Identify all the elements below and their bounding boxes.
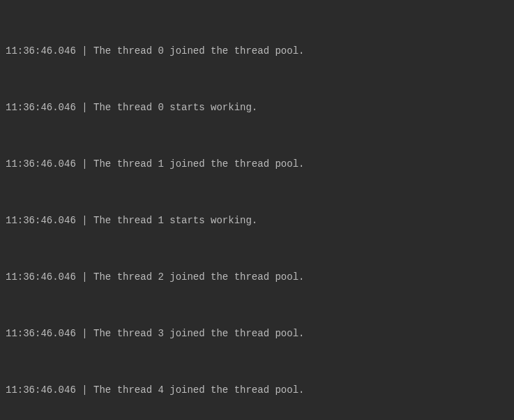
log-line: 11:36:46.046 | The thread 1 joined the t…: [6, 155, 508, 174]
log-line: 11:36:46.046 | The thread 0 starts worki…: [6, 98, 508, 117]
log-line: 11:36:46.046 | The thread 3 joined the t…: [6, 324, 508, 343]
log-line: 11:36:46.046 | The thread 4 joined the t…: [6, 381, 508, 400]
log-line: 11:36:46.046 | The thread 0 joined the t…: [6, 42, 508, 61]
log-line: 11:36:46.046 | The thread 1 starts worki…: [6, 211, 508, 230]
log-line: 11:36:46.046 | The thread 2 joined the t…: [6, 268, 508, 287]
console-output: 11:36:46.046 | The thread 0 joined the t…: [0, 0, 514, 420]
